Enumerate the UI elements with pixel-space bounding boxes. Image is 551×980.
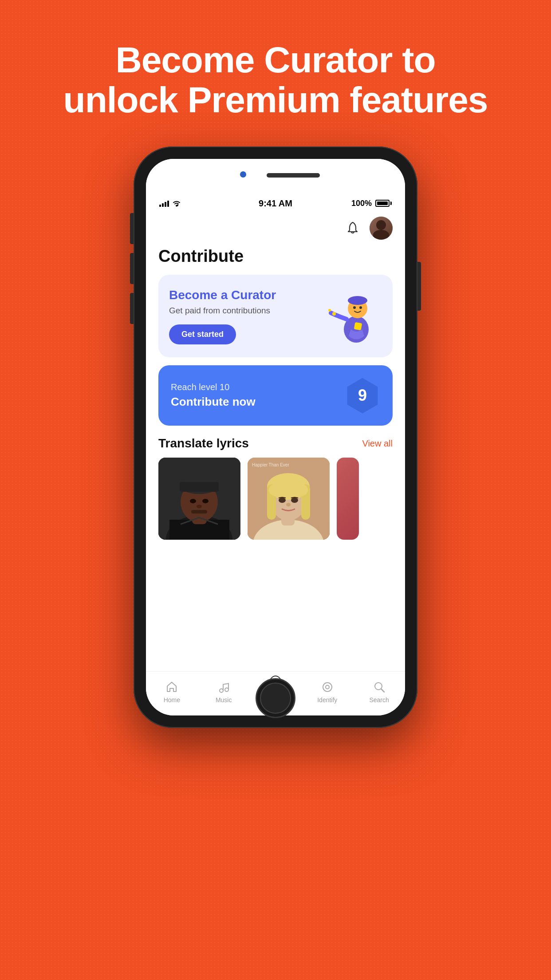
level-title: Contribute now — [171, 395, 256, 409]
translate-section-header: Translate lyrics View all — [158, 436, 393, 450]
svg-line-39 — [381, 689, 384, 692]
svg-rect-19 — [191, 510, 207, 514]
curator-banner: Become a Curator Get paid from contribut… — [158, 275, 393, 357]
bell-icon[interactable] — [345, 220, 361, 236]
avatar-head — [376, 220, 386, 230]
page-title: Contribute — [158, 247, 393, 266]
svg-point-3 — [348, 296, 367, 305]
svg-point-4 — [353, 306, 356, 309]
svg-point-8 — [328, 309, 331, 312]
level-number: 9 — [358, 386, 367, 405]
home-button-inner — [260, 683, 291, 714]
svg-point-18 — [197, 505, 202, 508]
curator-subtitle: Get paid from contributions — [169, 306, 324, 316]
song-card-3-partial[interactable] — [337, 458, 359, 540]
signal-bar-3 — [165, 202, 166, 207]
headline-line2: unlock Premium features — [63, 79, 488, 120]
artist-dark-portrait — [158, 458, 240, 540]
artist-3-bg — [337, 458, 359, 540]
nav-label-home: Home — [164, 696, 180, 703]
level-text: Reach level 10 Contribute now — [171, 382, 256, 409]
nav-label-identify: Identify — [317, 696, 337, 703]
home-button[interactable] — [256, 678, 295, 718]
battery-percent: 100% — [351, 199, 372, 208]
phone-notch — [146, 159, 405, 194]
curator-svg — [324, 287, 382, 345]
translate-section-title: Translate lyrics — [158, 436, 249, 450]
wifi-icon — [172, 200, 181, 207]
curator-text: Become a Curator Get paid from contribut… — [169, 288, 324, 344]
level-badge: 9 — [345, 378, 380, 413]
speaker-bar — [267, 173, 320, 178]
avatar-inner — [370, 217, 393, 240]
svg-point-5 — [359, 306, 362, 309]
curator-illustration — [324, 287, 382, 345]
battery-fill — [377, 202, 388, 205]
nav-item-music[interactable]: Music — [198, 680, 250, 703]
level-banner[interactable]: Reach level 10 Contribute now 9 — [158, 365, 393, 426]
nav-label-music: Music — [216, 696, 232, 703]
status-left — [159, 200, 181, 207]
avatar-body — [373, 230, 389, 240]
artist-1-svg — [158, 458, 240, 540]
get-started-button[interactable]: Get started — [169, 324, 236, 344]
signal-bar-1 — [159, 205, 161, 207]
svg-rect-15 — [180, 482, 219, 492]
svg-point-29 — [291, 498, 298, 503]
artist-2-svg: Happier Than Ever — [248, 458, 330, 540]
svg-point-30 — [286, 503, 291, 506]
phone-screen: 9:41 AM 100% — [146, 159, 405, 715]
phone-mockup: 9:41 AM 100% — [134, 146, 417, 728]
svg-rect-27 — [269, 483, 308, 497]
camera-dot — [240, 171, 246, 178]
signal-bars — [159, 200, 169, 207]
svg-rect-6 — [354, 322, 362, 331]
battery-tip — [390, 202, 392, 205]
nav-item-identify[interactable]: Identify — [301, 680, 353, 703]
svg-point-33 — [225, 688, 228, 692]
nav-item-search[interactable]: Search — [353, 680, 405, 703]
home-icon — [164, 680, 179, 695]
battery-icon — [375, 200, 392, 207]
music-icon — [216, 680, 231, 695]
view-all-link[interactable]: View all — [362, 439, 393, 449]
home-button-area — [256, 678, 295, 718]
svg-text:Happier Than Ever: Happier Than Ever — [252, 462, 289, 467]
headline-line1: Become Curator to — [115, 40, 435, 80]
curator-title: Become a Curator — [169, 288, 324, 302]
level-subtitle: Reach level 10 — [171, 382, 256, 392]
battery-body — [375, 200, 390, 207]
song-card-1[interactable] — [158, 458, 240, 540]
artist-warm-portrait: Happier Than Ever — [248, 458, 330, 540]
status-bar: 9:41 AM 100% — [146, 194, 405, 212]
avatar[interactable] — [370, 217, 393, 240]
song-card-2[interactable]: Happier Than Ever — [248, 458, 330, 540]
signal-bar-2 — [162, 203, 164, 207]
svg-point-16 — [190, 499, 196, 503]
app-content: Contribute Become a Curator Get paid fro… — [146, 212, 405, 540]
app-header — [158, 212, 393, 247]
svg-point-36 — [323, 683, 332, 692]
phone-shell: 9:41 AM 100% — [134, 146, 417, 728]
signal-bar-4 — [167, 201, 169, 207]
status-right: 100% — [351, 199, 392, 208]
svg-point-17 — [202, 499, 209, 503]
svg-point-28 — [279, 498, 286, 503]
page-headline: Become Curator to unlock Premium feature… — [37, 40, 515, 120]
svg-point-32 — [220, 689, 223, 692]
svg-point-37 — [326, 685, 329, 689]
nav-item-home[interactable]: Home — [146, 680, 198, 703]
search-icon — [372, 680, 387, 695]
svg-point-7 — [332, 312, 336, 316]
svg-point-0 — [176, 205, 177, 207]
identify-icon — [320, 680, 335, 695]
status-time: 9:41 AM — [259, 198, 292, 209]
nav-label-search: Search — [369, 696, 389, 703]
song-cards: Happier Than Ever — [158, 458, 393, 540]
